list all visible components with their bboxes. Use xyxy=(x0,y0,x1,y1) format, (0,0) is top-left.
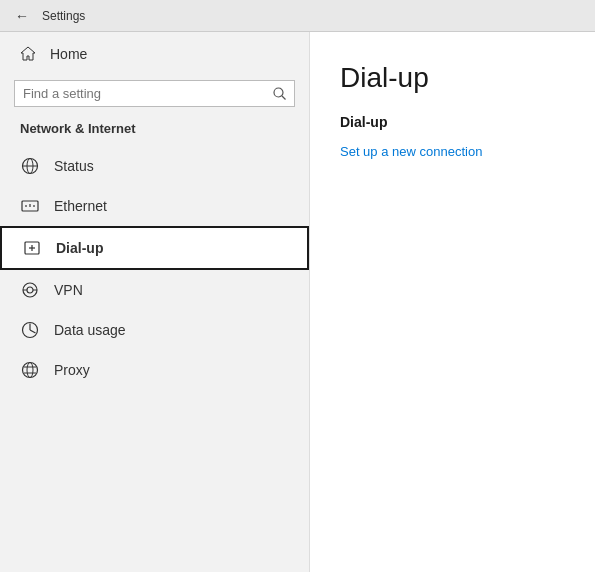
sidebar: Home Network & Internet St xyxy=(0,32,310,572)
search-box[interactable] xyxy=(14,80,295,107)
sidebar-section-title: Network & Internet xyxy=(0,117,309,146)
svg-point-0 xyxy=(274,88,283,97)
data-usage-icon xyxy=(20,321,40,339)
search-icon xyxy=(273,87,286,100)
svg-point-20 xyxy=(27,363,33,378)
proxy-icon xyxy=(20,361,40,379)
sidebar-item-dialup-label: Dial-up xyxy=(56,240,103,256)
dialup-icon xyxy=(22,239,42,257)
home-icon xyxy=(20,46,36,62)
right-panel: Dial-up Dial-up Set up a new connection xyxy=(310,32,595,572)
setup-new-connection-link[interactable]: Set up a new connection xyxy=(340,144,565,159)
window-title: Settings xyxy=(42,9,85,23)
status-icon xyxy=(20,157,40,175)
section-heading: Dial-up xyxy=(340,114,565,130)
sidebar-item-data-usage[interactable]: Data usage xyxy=(0,310,309,350)
svg-point-13 xyxy=(27,287,33,293)
page-title: Dial-up xyxy=(340,62,565,94)
svg-line-1 xyxy=(282,96,286,100)
vpn-icon xyxy=(20,281,40,299)
sidebar-item-ethernet[interactable]: Ethernet xyxy=(0,186,309,226)
main-content: Home Network & Internet St xyxy=(0,32,595,572)
svg-point-17 xyxy=(23,363,38,378)
top-bar: ← Settings xyxy=(0,0,595,32)
sidebar-item-proxy-label: Proxy xyxy=(54,362,90,378)
sidebar-home-label: Home xyxy=(50,46,87,62)
sidebar-item-dialup[interactable]: Dial-up xyxy=(0,226,309,270)
sidebar-item-home[interactable]: Home xyxy=(0,32,309,76)
sidebar-item-proxy[interactable]: Proxy xyxy=(0,350,309,390)
search-input[interactable] xyxy=(23,86,273,101)
ethernet-icon xyxy=(20,197,40,215)
sidebar-item-status-label: Status xyxy=(54,158,94,174)
sidebar-item-vpn[interactable]: VPN xyxy=(0,270,309,310)
sidebar-item-status[interactable]: Status xyxy=(0,146,309,186)
sidebar-item-vpn-label: VPN xyxy=(54,282,83,298)
back-button[interactable]: ← xyxy=(10,4,34,28)
sidebar-item-ethernet-label: Ethernet xyxy=(54,198,107,214)
sidebar-item-data-usage-label: Data usage xyxy=(54,322,126,338)
